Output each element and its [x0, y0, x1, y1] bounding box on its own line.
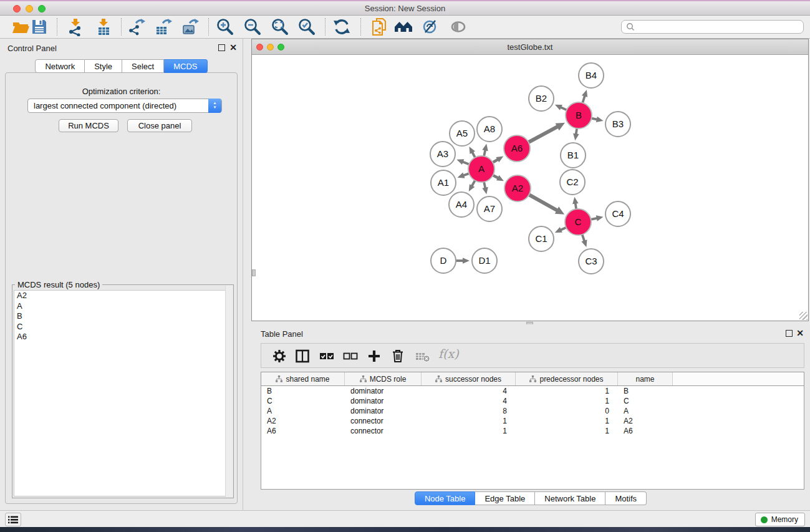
result-list-item[interactable]: C: [14, 322, 231, 332]
mcds-tab-content: Optimization criterion: largest connecte…: [5, 72, 238, 504]
optimization-value: largest connected component (directed): [34, 101, 176, 110]
table-cell: A2: [618, 416, 673, 426]
graph-node-label: D1: [478, 255, 490, 266]
edge-arrowhead: [482, 187, 488, 195]
network-window-titlebar: testGlobe.txt: [252, 39, 808, 55]
table-tabs: Node TableEdge TableNetwork TableMotifs: [251, 491, 810, 505]
zoom-out-icon[interactable]: [243, 17, 262, 36]
resize-grip[interactable]: [799, 312, 808, 320]
control-panel-header: Control Panel ✕: [0, 39, 243, 56]
column-header[interactable]: MCDS role: [345, 372, 422, 385]
tab-edge-table[interactable]: Edge Table: [475, 491, 535, 505]
table-row[interactable]: A2connector11A2: [261, 416, 804, 426]
table-cell: C: [261, 396, 345, 406]
deselect-all-columns-icon[interactable]: [342, 348, 359, 364]
birds-eye-view-icon[interactable]: [450, 17, 468, 36]
table-row[interactable]: A6connector11A6: [261, 426, 804, 436]
table-cell: 1: [516, 396, 618, 406]
attribute-type-icon: [276, 375, 282, 382]
close-table-panel-icon[interactable]: ✕: [796, 327, 804, 339]
table-toolbar: f(x): [261, 343, 804, 368]
table-cell: 4: [422, 386, 516, 396]
tab-network[interactable]: Network: [35, 59, 85, 73]
export-network-icon[interactable]: [127, 17, 146, 36]
tab-node-table[interactable]: Node Table: [415, 491, 476, 505]
import-table-icon[interactable]: [94, 17, 113, 36]
zoom-in-icon[interactable]: [216, 17, 234, 36]
edge-arrowhead: [581, 239, 587, 247]
refresh-icon[interactable]: [332, 17, 351, 36]
close-panel-icon[interactable]: ✕: [229, 42, 237, 53]
open-session-icon[interactable]: [11, 17, 30, 36]
graph-node-label: B4: [586, 70, 597, 80]
table-cell: 8: [422, 406, 516, 416]
control-panel-title: Control Panel: [7, 44, 57, 53]
vertical-scroll-thumb[interactable]: [252, 269, 256, 276]
float-panel-icon[interactable]: [218, 44, 225, 51]
run-mcds-button[interactable]: Run MCDS: [59, 119, 118, 132]
network-canvas[interactable]: AA1A2A3A4A5A6A7A8BB1B2B3B4CC1C2C3C4DD1: [252, 56, 808, 321]
table-cell: 0: [516, 406, 618, 416]
tab-style[interactable]: Style: [85, 59, 122, 73]
memory-button[interactable]: Memory: [755, 513, 805, 526]
graphics-details-icon[interactable]: [422, 17, 440, 36]
graph-node-label: C1: [535, 233, 547, 244]
home-icon[interactable]: [394, 17, 413, 36]
delete-columns-icon[interactable]: [390, 348, 406, 364]
table-row[interactable]: Adominator80A: [261, 406, 804, 416]
attribute-type-icon: [529, 375, 536, 382]
graph-node-label: A: [478, 163, 485, 174]
result-scrollbar[interactable]: [225, 286, 233, 497]
task-list-icon: [8, 516, 18, 524]
tab-mcds[interactable]: MCDS: [164, 59, 207, 73]
zoom-fit-icon[interactable]: [271, 17, 289, 36]
column-header[interactable]: name: [618, 372, 673, 385]
tab-motifs[interactable]: Motifs: [605, 491, 647, 505]
result-list-item[interactable]: A6: [14, 332, 231, 342]
edge-arrowhead: [582, 90, 587, 97]
table-mode-gear-icon[interactable]: [271, 348, 287, 364]
table-row[interactable]: Cdominator41C: [261, 396, 804, 406]
network-graph[interactable]: AA1A2A3A4A5A6A7A8BB1B2B3B4CC1C2C3C4DD1: [252, 56, 808, 321]
table-cell: connector: [345, 426, 422, 436]
column-header[interactable]: predecessor nodes: [516, 372, 618, 385]
column-header-label: successor nodes: [445, 375, 501, 384]
float-table-panel-icon[interactable]: [786, 330, 793, 337]
zoom-selected-icon[interactable]: [297, 17, 316, 36]
result-list-item[interactable]: A2: [14, 291, 231, 301]
optimization-select[interactable]: largest connected component (directed) ▲…: [27, 99, 222, 113]
show-columns-icon[interactable]: [294, 348, 311, 364]
table-panel-title: Table Panel: [261, 329, 303, 339]
result-list-item[interactable]: B: [14, 311, 231, 322]
function-builder-icon[interactable]: f(x): [438, 347, 459, 360]
graph-edge-A2-C[interactable]: [529, 195, 557, 211]
edge-arrowhead: [482, 144, 488, 152]
export-table-icon[interactable]: [154, 17, 173, 36]
tab-select[interactable]: Select: [122, 59, 164, 73]
column-header-label: predecessor nodes: [539, 375, 603, 384]
tab-network-table[interactable]: Network Table: [535, 491, 605, 505]
column-header[interactable]: successor nodes: [422, 372, 516, 385]
import-network-icon[interactable]: [66, 17, 85, 36]
create-column-icon[interactable]: [366, 348, 382, 364]
task-history-button[interactable]: [5, 513, 21, 526]
table-row[interactable]: Bdominator41B: [261, 386, 804, 396]
graph-node-label: D: [440, 255, 447, 266]
select-all-columns-icon[interactable]: [319, 348, 335, 364]
delete-table-icon[interactable]: [415, 348, 431, 364]
table-cell: A: [261, 406, 345, 416]
table-cell: C: [618, 396, 673, 406]
network-window-title: testGlobe.txt: [252, 42, 808, 52]
close-panel-button[interactable]: Close panel: [127, 119, 192, 132]
graph-edge-A6-B[interactable]: [529, 126, 559, 142]
result-list-item[interactable]: A: [14, 301, 231, 312]
export-image-icon[interactable]: [181, 17, 200, 36]
new-network-from-selection-icon[interactable]: [370, 17, 388, 36]
column-header[interactable]: shared name: [261, 372, 345, 385]
edge-arrowhead: [596, 117, 604, 122]
save-session-icon[interactable]: [30, 17, 49, 36]
table-cell: 1: [422, 416, 516, 426]
search-input[interactable]: [637, 21, 803, 32]
toolbar-separator: [208, 18, 209, 36]
table-cell: B: [618, 386, 673, 396]
